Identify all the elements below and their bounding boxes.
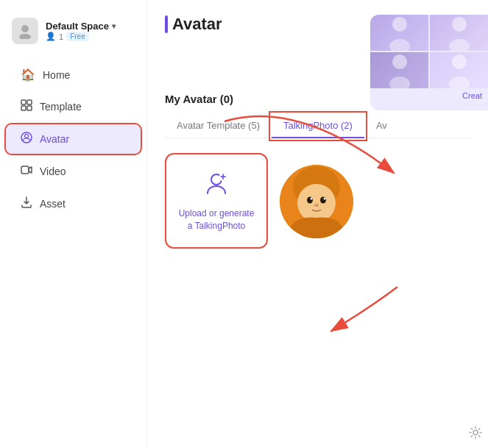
plan-badge: Free bbox=[66, 32, 89, 41]
svg-text:+: + bbox=[220, 171, 226, 182]
avatar-grid bbox=[370, 15, 488, 88]
tab-av[interactable]: Av bbox=[364, 114, 399, 138]
upload-person-icon: + bbox=[203, 170, 230, 202]
svg-point-16 bbox=[449, 77, 470, 89]
main-content: Avatar bbox=[147, 0, 488, 448]
title-accent-bar bbox=[165, 15, 168, 33]
asset-icon bbox=[21, 196, 32, 211]
sidebar-item-template-label: Template bbox=[40, 101, 82, 113]
workspace-meta: 👤 1 Free bbox=[46, 32, 116, 41]
baby-photo-card bbox=[280, 165, 353, 238]
svg-rect-4 bbox=[21, 106, 26, 110]
avatar-thumb-2 bbox=[430, 15, 488, 51]
sidebar-item-home[interactable]: 🏠 Home bbox=[6, 60, 141, 89]
svg-point-27 bbox=[314, 204, 319, 207]
sidebar-item-home-label: Home bbox=[43, 69, 70, 81]
sidebar-item-video[interactable]: Video bbox=[6, 157, 141, 186]
sidebar-item-avatar-label: Avatar bbox=[40, 133, 69, 145]
workspace-header[interactable]: Default Space ▾ 👤 1 Free bbox=[0, 12, 146, 59]
home-icon: 🏠 bbox=[21, 68, 35, 82]
svg-point-12 bbox=[449, 39, 470, 51]
workspace-avatar-icon bbox=[12, 18, 38, 44]
svg-point-26 bbox=[324, 198, 326, 200]
page-title: Avatar bbox=[172, 15, 222, 34]
sidebar-item-video-label: Video bbox=[40, 166, 66, 177]
svg-point-7 bbox=[25, 135, 29, 138]
avatar-thumb-4 bbox=[430, 52, 488, 88]
video-icon bbox=[21, 164, 32, 179]
svg-point-13 bbox=[392, 54, 407, 69]
svg-rect-3 bbox=[27, 100, 32, 104]
avatar-tabs: Avatar Template (5) TalkingPhoto (2) Av bbox=[165, 114, 470, 138]
avatar-thumb-3 bbox=[370, 52, 428, 88]
template-icon bbox=[21, 99, 32, 114]
svg-rect-8 bbox=[21, 166, 29, 174]
sidebar-item-template[interactable]: Template bbox=[6, 92, 141, 121]
svg-point-14 bbox=[389, 77, 410, 89]
create-label: Creat bbox=[456, 88, 488, 103]
avatar-thumb-1 bbox=[370, 15, 428, 51]
tab-talking-photo[interactable]: TalkingPhoto (2) bbox=[272, 114, 364, 138]
svg-rect-5 bbox=[27, 106, 32, 110]
svg-point-1 bbox=[19, 34, 31, 39]
gear-icon[interactable] bbox=[469, 426, 482, 442]
cards-row: + Upload or generate a TalkingPhoto bbox=[165, 153, 470, 249]
svg-rect-2 bbox=[21, 100, 26, 104]
svg-point-25 bbox=[311, 198, 313, 200]
upload-label: Upload or generate a TalkingPhoto bbox=[179, 207, 255, 232]
svg-point-15 bbox=[452, 54, 467, 69]
member-icon: 👤 bbox=[46, 32, 56, 41]
sidebar-item-asset-label: Asset bbox=[40, 198, 66, 210]
avatar-icon bbox=[21, 132, 32, 146]
svg-point-9 bbox=[392, 17, 407, 32]
svg-point-30 bbox=[473, 430, 478, 435]
workspace-info: Default Space ▾ 👤 1 Free bbox=[46, 21, 116, 41]
svg-point-10 bbox=[389, 39, 410, 51]
svg-point-0 bbox=[21, 25, 29, 32]
tab-avatar-template[interactable]: Avatar Template (5) bbox=[165, 114, 272, 138]
annotation-arrow-2 bbox=[324, 287, 397, 338]
create-avatar-card[interactable]: Creat bbox=[370, 15, 488, 110]
svg-point-22 bbox=[297, 184, 336, 222]
sidebar: Default Space ▾ 👤 1 Free 🏠 Home Template bbox=[0, 0, 147, 448]
sidebar-item-asset[interactable]: Asset bbox=[6, 189, 141, 218]
sidebar-item-avatar[interactable]: Avatar bbox=[6, 124, 141, 154]
workspace-name: Default Space ▾ bbox=[46, 21, 116, 32]
svg-point-11 bbox=[452, 17, 467, 32]
chevron-down-icon: ▾ bbox=[112, 22, 116, 30]
upload-talking-photo-card[interactable]: + Upload or generate a TalkingPhoto bbox=[165, 153, 268, 249]
